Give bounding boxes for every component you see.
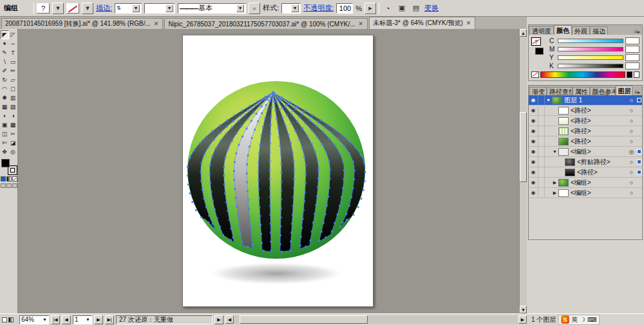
scroll-down-button[interactable]: ▼ xyxy=(520,306,527,313)
anchor-point[interactable] xyxy=(293,169,295,171)
target-icon[interactable]: ○ xyxy=(627,159,636,165)
chevron-down-icon[interactable]: ▾ xyxy=(132,5,140,12)
anchor-point[interactable] xyxy=(279,243,281,245)
anchor-point[interactable] xyxy=(348,140,350,142)
layer-name[interactable]: <编组> xyxy=(571,147,627,156)
anchor-point[interactable] xyxy=(316,195,318,197)
anchor-point[interactable] xyxy=(223,174,225,176)
panel-tab-外观[interactable]: 外观 xyxy=(572,26,590,35)
anchor-point[interactable] xyxy=(227,210,229,212)
visibility-eye-icon[interactable]: ◉ xyxy=(529,106,538,115)
layer-row[interactable]: ◉▶<编组>○ xyxy=(529,178,642,188)
opacity-input[interactable] xyxy=(336,3,353,14)
anchor-point[interactable] xyxy=(247,154,249,156)
fill-color-well[interactable]: ? xyxy=(37,3,50,14)
layer-row[interactable]: ◉<路径>○ xyxy=(529,126,642,136)
blend-tool[interactable]: ◑ xyxy=(9,111,17,120)
page-number-field[interactable]: 1 ▼ xyxy=(73,315,92,324)
anchor-point[interactable] xyxy=(337,214,339,216)
anchor-point[interactable] xyxy=(220,140,222,142)
anchor-point[interactable] xyxy=(237,214,239,216)
anchor-point[interactable] xyxy=(331,230,333,232)
anchor-point[interactable] xyxy=(211,191,213,193)
anchor-point[interactable] xyxy=(296,120,298,122)
eyedropper-tool[interactable]: ◗ xyxy=(1,111,9,120)
lock-column[interactable] xyxy=(538,178,545,187)
layer-thumbnail[interactable] xyxy=(565,169,575,176)
anchor-point[interactable] xyxy=(205,207,207,209)
previous-page-button[interactable]: ◀ xyxy=(62,315,71,324)
anchor-point[interactable] xyxy=(229,219,231,221)
anchor-point[interactable] xyxy=(234,115,236,116)
anchor-point[interactable] xyxy=(299,245,301,246)
anchor-point[interactable] xyxy=(248,208,250,210)
scroll-up-button[interactable]: ▲ xyxy=(520,29,527,37)
anchor-point[interactable] xyxy=(301,227,303,229)
anchor-point[interactable] xyxy=(249,145,251,147)
anchor-point[interactable] xyxy=(247,109,249,111)
chevron-down-icon[interactable]: ▾ xyxy=(236,5,244,12)
anchor-point[interactable] xyxy=(258,102,260,104)
anchor-point[interactable] xyxy=(193,149,195,151)
anchor-point[interactable] xyxy=(269,214,271,216)
anchor-point[interactable] xyxy=(342,161,344,163)
anchor-point[interactable] xyxy=(305,246,307,248)
layer-row[interactable]: ◉<路径>○ xyxy=(529,116,642,126)
anchor-point[interactable] xyxy=(200,171,202,173)
anchor-point[interactable] xyxy=(238,144,240,145)
anchor-point[interactable] xyxy=(187,166,189,168)
anchor-point[interactable] xyxy=(269,205,271,207)
anchor-point[interactable] xyxy=(325,213,327,215)
anchor-point[interactable] xyxy=(292,196,294,198)
anchor-point[interactable] xyxy=(260,135,262,136)
anchor-point[interactable] xyxy=(259,144,261,145)
anchor-point[interactable] xyxy=(260,233,262,235)
selection-chip[interactable] xyxy=(636,178,642,187)
anchor-point[interactable] xyxy=(269,160,271,162)
anchor-point[interactable] xyxy=(270,232,272,234)
full-screen-mode-button[interactable] xyxy=(12,183,17,188)
anchor-point[interactable] xyxy=(270,223,272,225)
anchor-point[interactable] xyxy=(250,226,252,228)
visibility-eye-icon[interactable]: ◉ xyxy=(529,188,538,198)
anchor-point[interactable] xyxy=(290,142,292,144)
anchor-point[interactable] xyxy=(343,169,345,171)
anchor-point[interactable] xyxy=(258,198,260,200)
scissors-tool[interactable]: ✄ xyxy=(1,138,9,147)
anchor-point[interactable] xyxy=(234,188,236,190)
watermelon-artwork[interactable] xyxy=(183,35,373,306)
anchor-point[interactable] xyxy=(317,187,319,189)
anchor-point[interactable] xyxy=(233,179,235,181)
anchor-point[interactable] xyxy=(212,200,214,202)
none-swatch[interactable] xyxy=(531,71,539,78)
layer-row[interactable]: ◉<路径>○ xyxy=(529,167,642,178)
anchor-point[interactable] xyxy=(291,223,293,225)
anchor-point[interactable] xyxy=(207,221,209,223)
anchor-point[interactable] xyxy=(202,189,204,190)
anchor-point[interactable] xyxy=(226,120,228,122)
anchor-point[interactable] xyxy=(327,196,329,198)
panel-tab-颜色[interactable]: 颜色 xyxy=(554,25,572,35)
anchor-point[interactable] xyxy=(280,190,282,192)
anchor-point[interactable] xyxy=(316,136,318,138)
anchor-point[interactable] xyxy=(311,143,313,145)
anchor-point[interactable] xyxy=(323,131,325,133)
brush-definition-select[interactable]: ——— 基本 ▾ xyxy=(178,3,246,14)
anchor-point[interactable] xyxy=(348,153,350,154)
anchor-point[interactable] xyxy=(195,209,197,211)
anchor-point[interactable] xyxy=(267,109,269,111)
anchor-point[interactable] xyxy=(280,154,282,156)
anchor-point[interactable] xyxy=(269,196,271,198)
layer-row[interactable]: ◉▼<编组>◎ xyxy=(529,147,642,157)
layer-name[interactable]: <编组> xyxy=(571,189,627,198)
none-button[interactable] xyxy=(12,176,17,181)
expander-icon[interactable]: ▼ xyxy=(551,149,558,154)
lock-column[interactable] xyxy=(538,167,545,177)
anchor-point[interactable] xyxy=(312,115,314,116)
gradient-tool[interactable]: ▨ xyxy=(9,102,17,111)
mesh-tool[interactable]: ▦ xyxy=(1,102,9,111)
anchor-point[interactable] xyxy=(251,120,252,122)
anchor-point[interactable] xyxy=(353,178,355,180)
anchor-point[interactable] xyxy=(213,139,215,141)
layer-thumbnail[interactable] xyxy=(558,138,569,145)
